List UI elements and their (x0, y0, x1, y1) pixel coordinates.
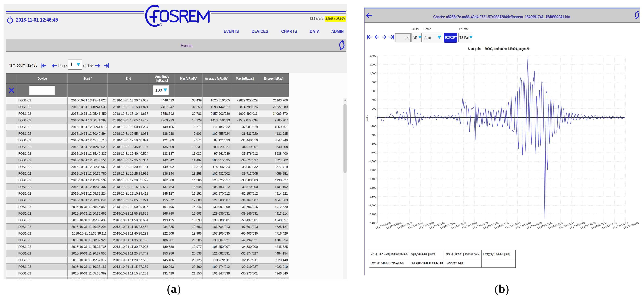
svg-text:-1,000: -1,000 (368, 160, 376, 163)
svg-text:-800: -800 (371, 151, 376, 154)
svg-text:1,400: 1,400 (370, 54, 376, 57)
svg-text:-1,600: -1,600 (368, 186, 376, 189)
svg-text:-1,200: -1,200 (368, 168, 376, 172)
svg-text:0: 0 (375, 116, 376, 119)
svg-text:200: 200 (372, 107, 376, 110)
svg-text:1,200: 1,200 (370, 63, 376, 66)
svg-text:-2,400: -2,400 (368, 222, 376, 224)
svg-text:-2,200: -2,200 (368, 212, 376, 216)
svg-text:-1,400: -1,400 (368, 177, 376, 180)
svg-text:600: 600 (372, 90, 376, 92)
svg-text:400: 400 (372, 98, 376, 101)
svg-text:μrad/s: μrad/s (366, 115, 368, 122)
svg-text:800: 800 (372, 80, 376, 84)
svg-text:-600: -600 (371, 142, 376, 145)
svg-text:-2,000: -2,000 (368, 204, 376, 207)
svg-text:1,000: 1,000 (370, 72, 376, 75)
svg-text:-1,800: -1,800 (368, 195, 376, 198)
svg-text:-200: -200 (371, 125, 376, 128)
svg-text:-400: -400 (371, 133, 376, 136)
